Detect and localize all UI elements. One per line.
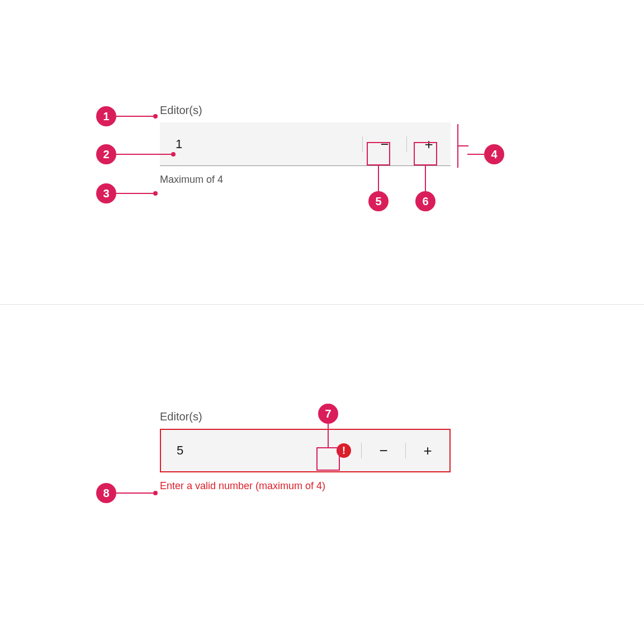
annotation-1: 1 (96, 106, 158, 126)
annotation-6-leader (425, 165, 426, 192)
decrement-button[interactable]: − (362, 429, 405, 472)
number-input-controls: − + (362, 122, 451, 165)
annotation-badge: 8 (96, 483, 116, 503)
annotation-badge: 4 (484, 144, 504, 164)
annotation-3: 3 (96, 183, 158, 203)
number-input-error-text: Enter a valid number (maximum of 4) (160, 480, 451, 492)
annotation-7-leader (328, 424, 329, 447)
number-input-invalid: Editor(s) 5 ! − + Enter a valid number (… (160, 410, 451, 492)
annotation-badge: 5 (368, 191, 389, 211)
number-input-label: Editor(s) (160, 104, 451, 117)
annotation-4: 4 (467, 144, 504, 164)
plus-icon: + (423, 443, 432, 458)
number-input-label: Editor(s) (160, 410, 451, 423)
annotation-badge: 1 (96, 106, 116, 126)
annotation-badge: 2 (96, 144, 116, 164)
section-divider (0, 304, 644, 305)
decrement-button[interactable]: − (363, 122, 406, 166)
number-input-value[interactable]: 5 (161, 443, 337, 458)
number-input-helper-text: Maximum of 4 (160, 174, 451, 186)
annotation-badge: 7 (318, 404, 338, 424)
number-input-normal: Editor(s) 1 − + Maximum of 4 (160, 104, 451, 186)
annotation-8: 8 (96, 483, 158, 503)
number-input-value[interactable]: 1 (160, 137, 362, 151)
annotation-badge: 3 (96, 183, 116, 203)
increment-button[interactable]: + (407, 122, 451, 166)
number-input-field[interactable]: 5 ! − + (160, 429, 451, 472)
minus-icon: − (379, 443, 387, 458)
annotation-2: 2 (96, 144, 176, 164)
annotation-badge: 6 (415, 191, 435, 211)
warning-icon: ! (337, 443, 351, 458)
number-input-controls: − + (361, 430, 449, 471)
plus-icon: + (424, 137, 433, 151)
annotation-7: 7 (318, 404, 338, 424)
annotation-4-caliper (457, 124, 468, 168)
number-input-field[interactable]: 1 − + (160, 122, 451, 166)
annotation-5: 5 (368, 191, 389, 211)
annotation-6: 6 (415, 191, 435, 211)
annotation-5-leader (378, 165, 379, 192)
minus-icon: − (380, 137, 389, 151)
increment-button[interactable]: + (406, 429, 449, 472)
